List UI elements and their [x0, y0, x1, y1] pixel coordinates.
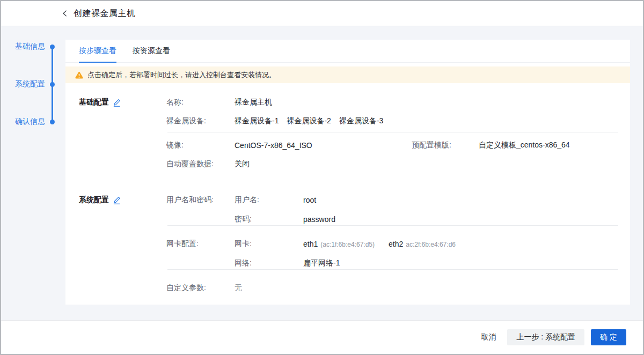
nic-label: 网卡:: [235, 239, 303, 249]
network-value: 扁平网络-1: [303, 258, 340, 268]
field-row-overwrite: 自动覆盖数据: 关闭: [166, 159, 615, 169]
template-label: 预配置模版:: [412, 140, 479, 150]
page-header: 创建裸金属主机: [1, 1, 643, 26]
section-basic-title: 基础配置: [79, 98, 109, 107]
step-system-config[interactable]: 系统配置: [15, 79, 45, 89]
field-row-nic: 网卡配置: 网卡: eth1 (ac:1f:6b:e4:67:d5) eth2 …: [166, 239, 615, 249]
section-system-title: 系统配置: [79, 195, 109, 205]
template-value: 自定义模板_centos-x86_64: [479, 140, 570, 150]
field-row-password: 密码: password: [166, 214, 615, 225]
warning-text: 点击确定后，若部署时间过长，请进入控制台查看安装情况。: [87, 70, 276, 80]
step-dot-system: [50, 82, 55, 87]
password-value: password: [303, 215, 335, 224]
field-row-devices: 裸金属设备: 裸金属设备-1 裸金属设备-2 裸金属设备-3: [166, 116, 615, 127]
device-item: 裸金属设备-2: [287, 116, 331, 126]
edit-basic-config-button[interactable]: [113, 99, 121, 107]
step-dot-basic: [50, 45, 55, 49]
nic1-mac: (ac:1f:6b:e4:67:d5): [320, 241, 375, 248]
devices-list: 裸金属设备-1 裸金属设备-2 裸金属设备-3: [235, 116, 383, 126]
tab-view-by-resource[interactable]: 按资源查看: [133, 40, 170, 63]
edit-system-config-button[interactable]: [113, 196, 121, 204]
pencil-icon: [113, 99, 121, 107]
overwrite-label: 自动覆盖数据:: [166, 159, 235, 169]
chevron-left-icon: [61, 10, 69, 17]
warning-icon: [75, 71, 83, 79]
image-value: CentOS-7-x86_64_ISO: [235, 141, 412, 150]
password-label: 密码:: [235, 215, 303, 224]
section-basic-config: 基础配置: [79, 97, 121, 108]
section-system-config: 系统配置: [79, 195, 121, 205]
network-label: 网络:: [235, 258, 303, 268]
custom-params-label: 自定义参数:: [166, 283, 235, 293]
image-label: 镜像:: [166, 140, 235, 150]
overwrite-value: 关闭: [235, 159, 250, 169]
step-dot-confirm: [50, 120, 55, 124]
nic-list: eth1 (ac:1f:6b:e4:67:d5) eth2 ac:2f:6b:e…: [303, 240, 456, 248]
nic1-name: eth1: [303, 240, 318, 248]
field-row-username: 用户名和密码: 用户名: root: [166, 195, 615, 205]
create-baremetal-page: 创建裸金属主机 基础信息 系统配置 确认信息 按步骤查看 按资源查看 点击确定后…: [0, 0, 644, 355]
devices-label: 裸金属设备:: [166, 116, 235, 126]
divider: [167, 132, 618, 132]
nic2-name: eth2: [389, 240, 403, 248]
field-row-image: 镜像: CentOS-7-x86_64_ISO 预配置模版: 自定义模板_cen…: [166, 140, 615, 151]
nic2-mac: ac:2f:6b:e4:67:d6: [406, 241, 456, 248]
previous-step-button[interactable]: 上一步 : 系统配置: [507, 329, 584, 345]
deploy-warning-banner: 点击确定后，若部署时间过长，请进入控制台查看安装情况。: [65, 66, 630, 83]
nic-config-label: 网卡配置:: [166, 239, 235, 249]
tab-view-by-step[interactable]: 按步骤查看: [79, 40, 116, 63]
field-row-name: 名称: 裸金属主机: [166, 97, 615, 108]
field-row-network: 网络: 扁平网络-1: [166, 258, 615, 269]
step-navigation: 基础信息 系统配置 确认信息: [1, 27, 65, 166]
name-label: 名称:: [166, 98, 235, 107]
divider: [167, 269, 618, 270]
nic-item-eth2: eth2 ac:2f:6b:e4:67:d6: [389, 240, 456, 248]
username-label: 用户名:: [235, 195, 303, 205]
view-tabs: 按步骤查看 按资源查看: [65, 40, 630, 63]
confirm-button[interactable]: 确 定: [591, 329, 626, 345]
name-value: 裸金属主机: [235, 98, 272, 107]
device-item: 裸金属设备-3: [339, 116, 383, 126]
step-confirm-info[interactable]: 确认信息: [15, 117, 45, 127]
step-basic-info[interactable]: 基础信息: [15, 42, 45, 51]
page-title: 创建裸金属主机: [74, 8, 136, 19]
confirm-panel: 按步骤查看 按资源查看 点击确定后，若部署时间过长，请进入控制台查看安装情况。 …: [65, 40, 630, 305]
custom-params-value: 无: [235, 283, 242, 293]
field-row-custom-params: 自定义参数: 无: [166, 283, 615, 293]
username-value: root: [303, 196, 316, 204]
nic-item-eth1: eth1 (ac:1f:6b:e4:67:d5): [303, 240, 375, 248]
pencil-icon: [113, 196, 121, 204]
back-button[interactable]: [61, 10, 69, 17]
cancel-button[interactable]: 取消: [476, 329, 501, 345]
device-item: 裸金属设备-1: [235, 116, 279, 126]
divider: [167, 225, 618, 226]
userpass-label: 用户名和密码:: [166, 195, 235, 205]
action-footer: 取消 上一步 : 系统配置 确 定: [1, 320, 643, 354]
